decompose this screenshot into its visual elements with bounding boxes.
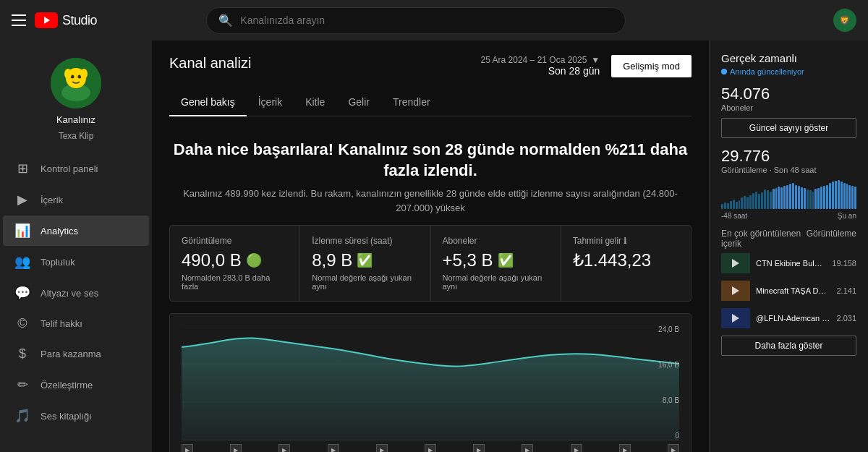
sidebar-item-ozellestirme[interactable]: ✏ Özelleştirme	[3, 370, 149, 400]
stat-revenue-label: Tahmini gelir ℹ	[573, 236, 679, 246]
stat-views: Görüntüleme 490,0 B 🟢 Normalden 283,0 B …	[170, 226, 299, 301]
sidebar-item-label: Altyazı ve ses	[41, 288, 98, 299]
advanced-mode-button[interactable]: Gelişmiş mod	[611, 55, 692, 77]
content-item-2[interactable]: @LFLN-Ademcan Elmasl... 2.031	[721, 308, 856, 328]
tab-icerik[interactable]: İçerik	[247, 89, 294, 116]
tab-trendler[interactable]: Trendler	[381, 89, 442, 116]
logo[interactable]: Studio	[35, 12, 97, 28]
date-range[interactable]: 25 Ara 2024 – 21 Oca 2025 ▼	[481, 55, 600, 65]
mini-bar	[838, 180, 840, 209]
content-name-0: CTN Ekibine Bulaşmay...	[756, 259, 826, 268]
video-marker[interactable]: ▶	[376, 444, 388, 452]
mini-bar	[775, 188, 778, 209]
sidebar: Kanalınız Texa Klip ⊞ Kontrol paneli ▶ İ…	[0, 40, 152, 452]
channel-name: Kanalınız	[56, 114, 95, 125]
content-views-1: 2.141	[836, 286, 856, 295]
content-name-2: @LFLN-Ademcan Elmasl...	[756, 314, 830, 323]
mini-bar	[826, 185, 828, 209]
sidebar-item-icerik[interactable]: ▶ İçerik	[3, 184, 149, 215]
channel-avatar[interactable]	[51, 58, 101, 108]
mini-bar	[733, 200, 735, 209]
realtime-title: Gerçek zamanlı	[721, 52, 856, 64]
stat-watchtime: İzlenme süresi (saat) 8,9 B ✅ Normal değ…	[300, 226, 430, 301]
update-count-button[interactable]: Güncel sayıyı göster	[721, 118, 856, 138]
mini-bar	[812, 192, 814, 209]
sidebar-item-telif[interactable]: © Telif hakkı	[3, 309, 149, 338]
stat-watchtime-label: İzlenme süresi (saat)	[312, 236, 418, 246]
sidebar-item-topluluk[interactable]: 👥 Topluluk	[3, 247, 149, 277]
video-marker[interactable]: ▶	[328, 444, 339, 452]
content-info-2: @LFLN-Ademcan Elmasl...	[756, 314, 830, 323]
sidebar-item-altyazi[interactable]: 💬 Altyazı ve ses	[3, 278, 149, 308]
mini-bar	[767, 190, 769, 209]
stat-revenue: Tahmini gelir ℹ ₺1.443,23	[561, 226, 691, 301]
chart-area: 24,0 B 16,0 B 8,0 B 0	[182, 325, 679, 441]
user-avatar-top[interactable]: 🦁	[833, 9, 856, 32]
search-input[interactable]	[240, 14, 613, 26]
stat-watchtime-badge: ✅	[357, 252, 373, 268]
thumb-image-0	[721, 253, 750, 273]
channel-info: Kanalınız Texa Klip	[0, 46, 152, 153]
mini-bar	[795, 185, 797, 209]
mini-bar	[749, 195, 752, 209]
content-name-1: Minecraft TAŞA Dokunm...	[756, 286, 830, 295]
line-chart	[182, 325, 679, 441]
content-icon: ▶	[14, 192, 30, 208]
svg-point-7	[64, 69, 72, 79]
video-marker[interactable]: ▶	[473, 444, 485, 452]
top-content-header: En çok görüntülenen içerik Görüntüleme	[721, 229, 856, 249]
sidebar-item-label: Ses kitaplığı	[41, 411, 92, 422]
content-item-1[interactable]: Minecraft TAŞA Dokunm... 2.141	[721, 281, 856, 301]
video-marker[interactable]: ▶	[522, 444, 533, 452]
search-bar[interactable]: 🔍	[206, 7, 626, 34]
content-views-2: 2.031	[836, 314, 856, 323]
mini-bar	[829, 183, 831, 209]
views-value: 29.776	[721, 147, 856, 166]
right-panel: Gerçek zamanlı Anında güncelleniyor 54.0…	[709, 40, 868, 452]
video-marker[interactable]: ▶	[425, 444, 436, 452]
stat-views-value: 490,0 B 🟢	[182, 250, 288, 270]
copyright-icon: ©	[14, 316, 30, 331]
stats-row: Görüntüleme 490,0 B 🟢 Normalden 283,0 B …	[169, 225, 692, 302]
sidebar-item-para[interactable]: $ Para kazanma	[3, 339, 149, 369]
stat-subs-badge: ✅	[498, 252, 514, 268]
sidebar-item-ses-kitapligi[interactable]: 🎵 Ses kitaplığı	[3, 401, 149, 431]
mini-bar	[848, 185, 851, 209]
mini-bar	[789, 184, 791, 209]
tab-kitle[interactable]: Kitle	[294, 89, 336, 116]
mini-bar	[773, 189, 775, 209]
video-marker[interactable]: ▶	[278, 444, 290, 452]
subscribers-metric: 54.076 Aboneler	[721, 85, 856, 112]
chart-container: 24,0 B 16,0 B 8,0 B 0 ▶ ▶ ▶ ▶ ▶ ▶ ▶ ▶ ▶ …	[169, 313, 692, 452]
mini-bar	[843, 183, 846, 209]
video-marker[interactable]: ▶	[571, 444, 582, 452]
topbar-right: 🦁	[833, 9, 856, 32]
video-marker[interactable]: ▶	[230, 444, 242, 452]
avatar-image	[51, 58, 101, 108]
thumb-image-1	[721, 281, 750, 301]
sidebar-item-label: Para kazanma	[41, 349, 101, 359]
main-content: Kanal analizi 25 Ara 2024 – 21 Oca 2025 …	[152, 40, 709, 452]
mini-bar	[727, 203, 729, 209]
content-item-0[interactable]: CTN Ekibine Bulaşmay... 19.158	[721, 253, 856, 273]
search-icon: 🔍	[218, 14, 233, 27]
mini-bar	[846, 184, 848, 209]
audio-library-icon: 🎵	[14, 408, 30, 424]
channel-sub: Texa Klip	[59, 131, 94, 141]
monetize-icon: $	[14, 346, 30, 362]
sidebar-item-label: Kontrol paneli	[41, 163, 98, 174]
video-marker[interactable]: ▶	[182, 444, 193, 452]
chart-video-row: ▶ ▶ ▶ ▶ ▶ ▶ ▶ ▶ ▶ ▶ ▶	[182, 444, 679, 452]
top-content-label: En çok görüntülenen içerik	[721, 229, 807, 249]
stat-views-note: Normalden 283,0 B daha fazla	[182, 273, 288, 291]
mini-bar	[744, 196, 746, 209]
menu-button[interactable]	[12, 14, 26, 26]
hero-message: Daha nice başarılara! Kanalınız son 28 g…	[169, 131, 692, 221]
tab-genel[interactable]: Genel bakış	[169, 89, 247, 116]
video-marker[interactable]: ▶	[619, 444, 631, 452]
more-content-button[interactable]: Daha fazla göster	[721, 336, 856, 356]
sidebar-item-kontrol-paneli[interactable]: ⊞ Kontrol paneli	[3, 153, 149, 184]
sidebar-item-analytics[interactable]: 📊 Analytics	[3, 216, 149, 246]
video-marker[interactable]: ▶	[668, 444, 679, 452]
tab-gelir[interactable]: Gelir	[336, 89, 381, 116]
